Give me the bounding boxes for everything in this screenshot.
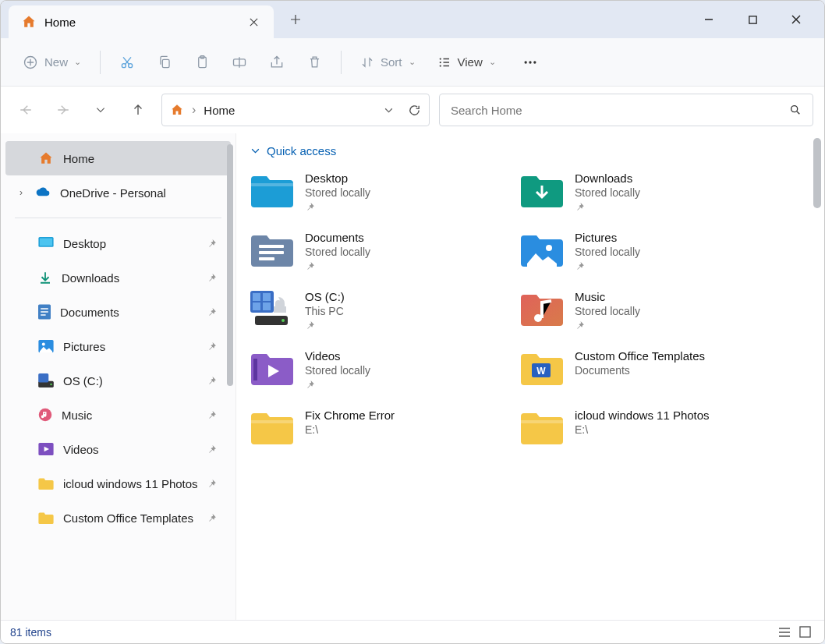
cut-button[interactable]	[112, 47, 143, 78]
tiles-view-button[interactable]	[795, 624, 815, 641]
sidebar-label: Downloads	[62, 271, 119, 285]
item-count: 81 items	[10, 626, 51, 639]
address-box[interactable]: › Home	[161, 94, 430, 126]
sidebar-item[interactable]: Documents	[1, 295, 235, 329]
pin-icon	[207, 444, 217, 455]
pin-icon	[305, 380, 370, 390]
forward-button[interactable]	[49, 96, 77, 124]
sidebar-label: OneDrive - Personal	[60, 186, 166, 200]
svg-point-13	[533, 61, 536, 63]
rename-button[interactable]	[224, 47, 255, 78]
pin-icon	[207, 307, 217, 317]
quick-access-item[interactable]: DesktopStored locally	[250, 172, 515, 212]
svg-rect-33	[263, 303, 271, 310]
more-button[interactable]	[515, 47, 546, 78]
item-location: Documents	[575, 364, 705, 377]
view-button[interactable]: View ⌄	[430, 47, 504, 78]
new-button[interactable]: New ⌄	[15, 47, 89, 78]
minimize-button[interactable]	[687, 4, 731, 35]
copy-button[interactable]	[149, 47, 180, 78]
quick-access-item[interactable]: OS (C:)This PC	[250, 290, 515, 331]
refresh-button[interactable]	[408, 104, 421, 117]
svg-rect-32	[253, 303, 260, 310]
search-icon[interactable]	[789, 104, 802, 116]
svg-point-10	[439, 65, 441, 66]
close-tab-icon[interactable]	[243, 11, 264, 33]
chevron-down-icon[interactable]	[384, 105, 394, 115]
sidebar-label: Documents	[60, 306, 119, 319]
item-location: Stored locally	[305, 364, 370, 377]
item-name: Downloads	[575, 172, 640, 185]
sidebar-home[interactable]: Home	[5, 141, 231, 175]
scrollbar[interactable]	[813, 138, 821, 208]
maximize-button[interactable]	[731, 4, 774, 35]
svg-rect-21	[38, 373, 48, 382]
paste-button[interactable]	[186, 47, 218, 78]
pin-icon	[305, 202, 370, 212]
section-quick-access[interactable]: Quick access	[250, 144, 824, 157]
close-window-button[interactable]	[774, 4, 818, 35]
quick-access-item[interactable]: Fix Chrome ErrorE:\	[250, 409, 515, 446]
svg-point-9	[439, 61, 441, 62]
pin-icon	[207, 479, 217, 489]
back-button[interactable]	[12, 96, 40, 124]
sidebar: Home › OneDrive - Personal DesktopDownlo…	[1, 133, 236, 620]
titlebar: Home	[1, 1, 824, 38]
sidebar-onedrive[interactable]: › OneDrive - Personal	[1, 175, 235, 210]
svg-rect-16	[40, 239, 52, 246]
folder-icon	[520, 231, 564, 268]
folder-icon	[520, 172, 564, 209]
quick-access-item[interactable]: VideosStored locally	[250, 349, 515, 390]
window-controls	[687, 4, 818, 35]
quick-access-item[interactable]: DocumentsStored locally	[250, 231, 515, 271]
folder-icon	[250, 290, 294, 327]
sidebar-item[interactable]: OS (C:)	[1, 363, 235, 398]
sidebar-label: Home	[63, 152, 94, 165]
downloads-icon	[38, 271, 52, 285]
sidebar-item[interactable]: Pictures	[1, 329, 235, 363]
sidebar-item[interactable]: icloud windows 11 Photos	[1, 466, 235, 501]
details-view-button[interactable]	[774, 624, 795, 641]
up-button[interactable]	[124, 96, 152, 124]
recent-button[interactable]	[87, 96, 115, 124]
chevron-right-icon[interactable]: ›	[19, 187, 23, 198]
svg-rect-31	[263, 293, 271, 301]
sidebar-item[interactable]: Desktop	[1, 226, 235, 260]
quick-access-item[interactable]: WCustom Office TemplatesDocuments	[520, 349, 785, 390]
scrollbar[interactable]	[227, 144, 233, 386]
item-location: Stored locally	[575, 246, 640, 258]
home-icon	[21, 14, 37, 30]
toolbar: New ⌄ Sort ⌄ View ⌄	[1, 38, 824, 87]
content-area: Quick access DesktopStored locallyDownlo…	[236, 133, 824, 620]
pin-icon	[575, 261, 640, 271]
music-icon	[38, 408, 52, 422]
quick-access-item[interactable]: PicturesStored locally	[520, 231, 785, 271]
sidebar-item[interactable]: Music	[1, 398, 235, 432]
share-button[interactable]	[261, 47, 292, 78]
sidebar-label: Videos	[63, 443, 99, 456]
search-box[interactable]	[439, 94, 813, 126]
breadcrumb-separator: ›	[192, 103, 196, 117]
pin-icon	[305, 320, 345, 331]
item-name: Documents	[305, 231, 370, 244]
svg-point-19	[42, 343, 45, 346]
quick-access-item[interactable]: MusicStored locally	[520, 290, 785, 331]
pin-icon	[207, 376, 217, 386]
sidebar-item[interactable]: Videos	[1, 432, 235, 466]
tab-home[interactable]: Home	[9, 5, 274, 38]
sidebar-item[interactable]: Downloads	[1, 260, 235, 295]
drive-icon	[38, 373, 54, 387]
sidebar-item[interactable]: Custom Office Templates	[1, 501, 235, 535]
item-name: Custom Office Templates	[575, 349, 705, 363]
new-tab-button[interactable]	[280, 4, 311, 35]
quick-access-item[interactable]: icloud windows 11 PhotosE:\	[520, 409, 785, 446]
chevron-down-icon	[250, 146, 260, 156]
search-input[interactable]	[451, 104, 789, 117]
pin-icon	[575, 202, 640, 212]
sort-button[interactable]: Sort ⌄	[352, 47, 423, 78]
delete-button[interactable]	[299, 47, 330, 78]
item-name: Fix Chrome Error	[305, 409, 395, 422]
quick-access-item[interactable]: DownloadsStored locally	[520, 172, 785, 212]
svg-point-35	[281, 319, 285, 322]
svg-point-11	[524, 61, 526, 63]
